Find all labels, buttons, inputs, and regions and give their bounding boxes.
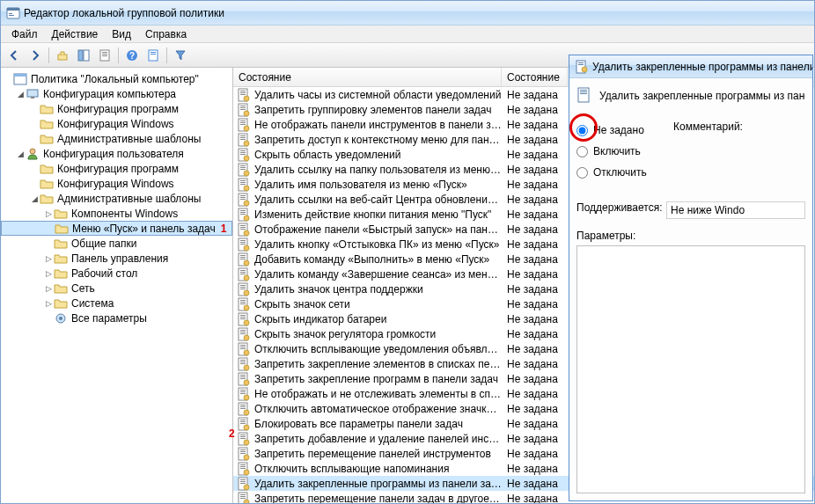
tree-uc-admtemplates[interactable]: ◢ Административные шаблоны xyxy=(1,191,232,206)
tree-desktop[interactable]: ▷ Рабочий стол xyxy=(1,266,232,281)
expand-icon[interactable]: ▷ xyxy=(43,298,54,309)
tree-system[interactable]: ▷ Система xyxy=(1,296,232,310)
tree-uc-software[interactable]: Конфигурация программ xyxy=(1,161,232,176)
svg-point-127 xyxy=(244,395,249,400)
collapse-icon[interactable] xyxy=(3,74,13,84)
list-item-state: Не задана xyxy=(502,179,568,191)
svg-rect-139 xyxy=(240,435,246,435)
tree-cc-windows[interactable]: Конфигурация Windows xyxy=(1,116,232,131)
up-button[interactable] xyxy=(53,46,72,65)
svg-point-87 xyxy=(244,275,249,281)
radio-not-configured-input[interactable] xyxy=(576,125,588,136)
list-item-state: Не задана xyxy=(502,298,568,310)
svg-rect-90 xyxy=(240,287,246,288)
list-item-state: Не задана xyxy=(502,328,568,340)
policy-item-icon xyxy=(237,402,251,416)
tree-pane[interactable]: Политика "Локальный компьютер" ◢ Конфигу… xyxy=(1,68,233,503)
collapse-icon[interactable]: ◢ xyxy=(15,89,26,99)
list-item-name: Запретить добавление и удаление панелей … xyxy=(254,433,502,445)
folder-icon xyxy=(40,177,54,191)
column-header-state[interactable]: Состояние xyxy=(502,68,568,86)
svg-rect-39 xyxy=(240,135,246,136)
svg-point-52 xyxy=(244,171,249,176)
svg-rect-104 xyxy=(240,330,246,331)
svg-rect-124 xyxy=(240,390,246,391)
svg-rect-109 xyxy=(240,345,246,346)
svg-rect-51 xyxy=(240,169,246,170)
svg-rect-59 xyxy=(240,195,246,196)
tree-cc-admtemplates[interactable]: Административные шаблоны xyxy=(1,131,232,146)
menu-help[interactable]: Справка xyxy=(138,26,194,42)
svg-rect-25 xyxy=(240,92,246,93)
expand-icon[interactable]: ▷ xyxy=(43,283,54,294)
tree-cc-software[interactable]: Конфигурация программ xyxy=(1,101,232,116)
folder-icon xyxy=(54,296,68,310)
tree-root[interactable]: Политика "Локальный компьютер" xyxy=(1,71,232,86)
menu-view[interactable]: Вид xyxy=(105,26,138,42)
filter-button[interactable] xyxy=(171,46,190,65)
folder-icon xyxy=(54,281,68,296)
back-button[interactable] xyxy=(4,46,24,65)
svg-rect-110 xyxy=(240,347,246,347)
svg-rect-6 xyxy=(84,50,89,61)
policy-item-icon xyxy=(237,148,251,162)
policy-item-icon xyxy=(237,267,251,281)
svg-rect-135 xyxy=(240,421,246,422)
help-button[interactable]: ? xyxy=(122,46,142,65)
app-icon xyxy=(6,6,20,20)
radio-disabled[interactable]: Отключить xyxy=(576,163,805,182)
radio-enabled[interactable]: Включить xyxy=(576,142,805,161)
svg-rect-80 xyxy=(240,257,246,258)
svg-rect-114 xyxy=(240,360,246,361)
tree-shared-folders[interactable]: Общие папки xyxy=(1,236,232,251)
expand-icon[interactable]: ▷ xyxy=(43,268,54,279)
show-hide-tree-button[interactable] xyxy=(74,46,93,65)
radio-enabled-input[interactable] xyxy=(576,146,588,157)
tree-computer-config[interactable]: ◢ Конфигурация компьютера xyxy=(1,86,232,101)
svg-rect-121 xyxy=(240,378,246,379)
expand-icon[interactable]: ▷ xyxy=(43,253,54,264)
svg-rect-61 xyxy=(240,199,246,200)
menu-file[interactable]: Файл xyxy=(4,26,45,42)
tree-start-taskbar[interactable]: Меню «Пуск» и панель задач 1 xyxy=(1,221,232,236)
tree-all-settings[interactable]: Все параметры xyxy=(1,310,232,325)
policy-item-icon xyxy=(237,417,251,431)
svg-rect-86 xyxy=(240,274,246,274)
tree-uc-windows[interactable]: Конфигурация Windows xyxy=(1,176,232,191)
list-item-state: Не задана xyxy=(502,223,568,236)
expand-icon[interactable]: ▷ xyxy=(43,208,54,219)
forward-button[interactable] xyxy=(26,46,45,65)
properties-button[interactable] xyxy=(95,46,114,65)
svg-rect-94 xyxy=(240,300,246,301)
collapse-icon[interactable]: ◢ xyxy=(29,194,40,204)
list-item-name: Удалить кнопку «Отстыковка ПК» из меню «… xyxy=(254,238,500,251)
policy-item-icon xyxy=(237,357,251,371)
list-item-name: Добавить команду «Выполнить» в меню «Пус… xyxy=(254,253,489,266)
policy-dialog: Удалить закрепленные программы из панели… xyxy=(569,55,813,501)
export-list-button[interactable] xyxy=(143,46,163,65)
list-item-name: Удалить ссылки на веб-сайт Центра обновл… xyxy=(254,194,502,206)
svg-rect-140 xyxy=(240,436,246,437)
tree-control-panel[interactable]: ▷ Панель управления xyxy=(1,251,232,266)
settings-icon xyxy=(54,311,68,325)
list-item-name: Запретить закрепление элементов в списка… xyxy=(254,358,502,370)
folder-icon xyxy=(40,117,54,131)
tree-user-config[interactable]: ◢ Конфигурация пользователя xyxy=(1,146,232,161)
svg-rect-50 xyxy=(240,167,246,168)
tree-windows-components[interactable]: ▷ Компоненты Windows xyxy=(1,206,232,221)
radio-disabled-input[interactable] xyxy=(576,167,588,179)
column-header-name[interactable]: Состояние xyxy=(233,68,502,86)
collapse-icon[interactable]: ◢ xyxy=(15,149,26,159)
policy-item-icon xyxy=(237,297,251,311)
menu-action[interactable]: Действие xyxy=(45,26,106,42)
policy-item-icon xyxy=(237,282,251,296)
svg-rect-54 xyxy=(240,180,246,181)
svg-rect-14 xyxy=(151,52,156,53)
list-item-state: Не задана xyxy=(502,119,568,131)
svg-rect-3 xyxy=(9,15,14,16)
svg-point-37 xyxy=(244,126,249,131)
svg-rect-36 xyxy=(240,124,246,125)
tree-network[interactable]: ▷ Сеть xyxy=(1,281,232,296)
policy-item-icon xyxy=(237,342,251,356)
list-item-state: Не задана xyxy=(502,104,568,116)
